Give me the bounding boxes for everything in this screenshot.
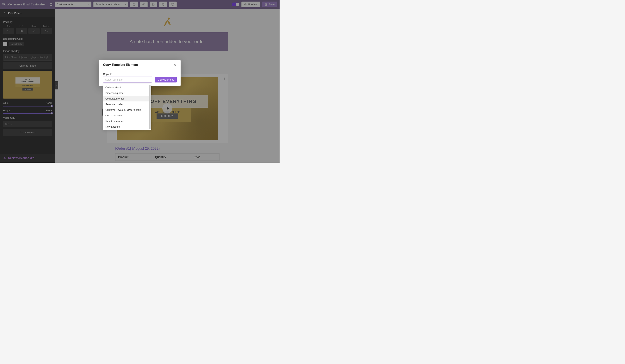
template-dropdown: Order on-holdProcessing orderCompleted o… [103, 84, 151, 130]
dropdown-option[interactable]: Processing order [103, 90, 151, 96]
template-target-select[interactable]: Select template ⌃ [103, 77, 152, 83]
dropdown-scrollbar[interactable] [149, 85, 151, 129]
dropdown-option[interactable]: Order on-hold [103, 84, 151, 90]
dropdown-option[interactable]: Completed order [103, 96, 151, 101]
dropdown-option[interactable]: Reset password [103, 118, 151, 124]
dropdown-option[interactable]: New account [103, 124, 151, 130]
modal-title: Copy Template Element [103, 63, 138, 67]
dropdown-option[interactable]: Customer invoice / Order details [103, 107, 151, 113]
dropdown-option[interactable]: Customer note [103, 113, 151, 118]
close-icon[interactable]: ✕ [173, 63, 177, 67]
copy-element-button[interactable]: Copy Element [155, 77, 177, 83]
dropdown-option[interactable]: Refunded order [103, 101, 151, 107]
chevron-up-icon: ⌃ [148, 79, 150, 81]
copy-template-modal: Copy Template Element ✕ Copy To Select t… [99, 60, 181, 86]
select-placeholder: Select template [105, 78, 123, 81]
copy-to-label: Copy To [103, 73, 152, 76]
